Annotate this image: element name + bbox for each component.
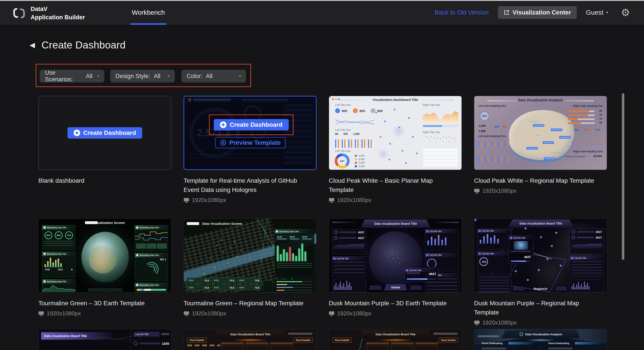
hbar-value: 80 bbox=[599, 109, 602, 112]
filter-color[interactable]: Color: All ▼ bbox=[181, 70, 246, 82]
create-dashboard-button[interactable]: Create Dashboard bbox=[214, 119, 288, 130]
thumb-panel: Secondary Data Title bbox=[135, 283, 168, 292]
create-dashboard-button[interactable]: Create Dashboard bbox=[68, 127, 142, 139]
back-to-old-version-link[interactable]: Back to Old Version bbox=[435, 9, 489, 16]
stat-value: 800 bbox=[503, 125, 508, 128]
stat-value: 4637 bbox=[524, 255, 531, 259]
decor-map-pins bbox=[329, 96, 330, 98]
legend-value: 9,999 bbox=[358, 161, 365, 164]
panel-icon bbox=[334, 258, 335, 259]
card-size-row: 1920x1080px bbox=[38, 310, 171, 317]
donut-unit: % bbox=[343, 160, 344, 162]
template-thumbnail[interactable]: Data visualization Board Title I am the … bbox=[474, 218, 607, 293]
ring-gauge: 62% bbox=[44, 231, 52, 239]
card-title: Dusk Mountain Purple – 3D Earth Template bbox=[329, 299, 458, 308]
thumb-panel bbox=[274, 280, 314, 292]
stat-value: 800 bbox=[342, 109, 347, 113]
template-thumbnail[interactable]: Data visualization Board Title 4637 4637… bbox=[329, 218, 462, 293]
decor-chips bbox=[135, 242, 168, 250]
panel-icon bbox=[571, 257, 573, 259]
card-size-row: 1920x1080px bbox=[329, 197, 462, 204]
template-thumbnail[interactable]: Data Visualization Screen Secondary Data… bbox=[184, 218, 316, 293]
thumb-label: Left Title Two bbox=[335, 149, 350, 153]
stat-value: 74.8 bbox=[45, 268, 50, 271]
decor-bar-chart bbox=[478, 155, 511, 162]
decor-area-chart bbox=[42, 284, 75, 291]
hbar: 80 bbox=[568, 110, 594, 112]
back-arrow-icon[interactable]: ◀ bbox=[30, 41, 35, 49]
vertical-scrollbar-thumb[interactable] bbox=[622, 93, 624, 260]
window-top-edge bbox=[0, 0, 644, 1]
hbar: 48 bbox=[568, 122, 594, 124]
guest-menu[interactable]: Guest ▼ bbox=[586, 9, 609, 16]
decor-slider bbox=[423, 125, 458, 127]
filter-use-scenarios[interactable]: Use Scenarios: All ▼ bbox=[40, 70, 104, 82]
stat-icon bbox=[334, 231, 338, 234]
visualization-center-button[interactable]: Visualization Center bbox=[498, 6, 577, 19]
donut-gauge: 14% bbox=[335, 153, 350, 168]
template-thumbnail[interactable]: Data Visualization Board Title Panel Sub… bbox=[329, 329, 462, 350]
panel-icon bbox=[479, 230, 480, 232]
thumb-panel: Secondary Data Title 62% 83% 37% bbox=[42, 225, 75, 250]
template-thumbnail[interactable]: Data Visualization Analysis Panel Subhea… bbox=[474, 329, 607, 350]
decor-blur bbox=[392, 124, 406, 138]
card-size-row: 1920x1080px bbox=[474, 188, 607, 194]
stat-value: 4637 bbox=[596, 230, 602, 234]
template-thumbnail[interactable]: Data Visualization Analysis Left-side He… bbox=[474, 96, 607, 170]
card-size: 1920x1080px bbox=[192, 197, 226, 204]
template-thumbnail[interactable]: Data Visualization Board Title Panel Sub… bbox=[184, 329, 316, 350]
map-city-label: Zhangjiajie bbox=[529, 120, 540, 122]
create-dashboard-label: Create Dashboard bbox=[230, 121, 282, 128]
template-thumbnail[interactable]: Data visualization Board Title I am the … bbox=[38, 329, 171, 350]
floating-stat-panel: I am the Title 4637 bbox=[405, 268, 438, 282]
preview-template-button[interactable]: Preview Template bbox=[215, 137, 286, 148]
tab-workbench[interactable]: Workbench bbox=[130, 0, 166, 25]
decor-rows bbox=[44, 241, 74, 248]
legend-row: 9,999 bbox=[355, 165, 365, 167]
thumb-title-wrap: Data Visualization Analysis bbox=[502, 330, 580, 338]
map-chip: I am the text bbox=[559, 136, 570, 139]
decor-arc-gauge bbox=[137, 262, 166, 276]
template-thumbnail[interactable]: Visualization Dashboard Title Left Title… bbox=[329, 96, 462, 170]
page-title: Create Dashboard bbox=[42, 39, 126, 51]
nav-right-cluster: Back to Old Version Visualization Center… bbox=[435, 0, 630, 25]
thumb-title: Data Visualization Screen bbox=[38, 221, 171, 225]
decor-line-chart bbox=[335, 117, 374, 127]
stat-value: 687.1 bbox=[135, 257, 168, 262]
stat-value: 1,680 bbox=[478, 124, 486, 127]
decor-glow bbox=[526, 339, 556, 341]
card-title: Blank dashboard bbox=[38, 176, 168, 185]
decor-progress bbox=[407, 278, 436, 280]
stat-icon bbox=[572, 230, 575, 234]
stat-label: Number of customers bbox=[565, 155, 586, 158]
filter-value: All bbox=[206, 73, 212, 80]
external-link-icon bbox=[504, 10, 510, 15]
preview-template-label: Preview Template bbox=[229, 139, 280, 146]
tile-value: 74.8 bbox=[204, 279, 209, 282]
mini-stat: 80 bbox=[335, 132, 338, 135]
stat-value: 28,002 bbox=[593, 154, 602, 158]
card-title: Tourmaline Green – Regional Map Template bbox=[184, 299, 313, 308]
template-thumbnail[interactable]: 2,571,2 Create Dashboard bbox=[184, 96, 316, 170]
stat-value: 29.32 bbox=[302, 236, 312, 238]
annotation-box: Create Dashboard bbox=[209, 114, 294, 135]
card-size-row: 1920x1080px bbox=[184, 310, 316, 317]
panel-title: Panel Subheading bbox=[482, 342, 502, 344]
chevron-down-icon: ▼ bbox=[96, 74, 100, 78]
decor-side-pill bbox=[369, 286, 382, 289]
stat-value: 1,680 bbox=[478, 129, 486, 133]
legend-value: 9,999 bbox=[358, 158, 365, 160]
template-thumbnail[interactable]: Data Visualization Screen Secondary Data… bbox=[38, 218, 171, 293]
decor-blur bbox=[377, 148, 389, 160]
decor-footer-bar bbox=[88, 288, 122, 291]
filter-design-style[interactable]: Design Style: All ▼ bbox=[110, 70, 175, 82]
datav-logo-icon bbox=[12, 6, 26, 20]
screen-size-icon bbox=[329, 311, 334, 316]
decor-area-chart bbox=[334, 242, 364, 249]
decor-glow bbox=[233, 339, 268, 341]
thumb-title: Data Visualization Analysis bbox=[474, 98, 607, 102]
stat-value: 4637 bbox=[596, 236, 602, 239]
card-partial-1: Data visualization Board Title I am the … bbox=[38, 329, 171, 350]
gear-icon[interactable]: ⚙ bbox=[621, 8, 630, 18]
blank-dashboard-tile[interactable]: Create Dashboard bbox=[38, 96, 171, 170]
